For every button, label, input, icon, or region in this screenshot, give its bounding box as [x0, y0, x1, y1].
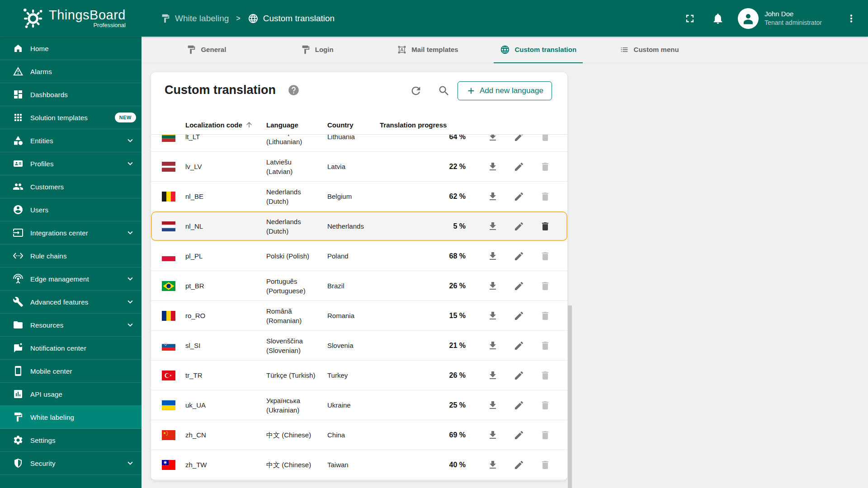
sidebar-item-profiles[interactable]: Profiles: [0, 152, 142, 175]
sidebar-item-users[interactable]: Users: [0, 198, 142, 221]
localization-code: zh_TW: [185, 461, 266, 469]
user-menu[interactable]: John Doe Tenant administrator: [764, 9, 822, 27]
table-row-ro_RO[interactable]: ro_RO Română (Romanian) Romania 15 %: [151, 301, 567, 331]
people-icon: [13, 181, 24, 192]
search-button[interactable]: [438, 84, 450, 97]
sidebar-item-settings[interactable]: Settings: [0, 429, 142, 452]
table-row-nl_NL[interactable]: nl_NL Nederlands (Dutch) Netherlands 5 %: [151, 211, 567, 241]
delete-button[interactable]: [536, 426, 554, 444]
tab-general[interactable]: General: [151, 37, 262, 63]
edit-button[interactable]: [510, 158, 528, 176]
column-header-localization-code[interactable]: Localization code: [185, 121, 266, 129]
delete-button[interactable]: [536, 456, 554, 474]
download-button[interactable]: [484, 307, 502, 325]
table-row-tr_TR[interactable]: tr_TR Türkçe (Turkish) Turkey 26 %: [151, 361, 567, 390]
chevron-down-icon: [125, 320, 135, 330]
delete-button[interactable]: [536, 337, 554, 355]
edit-button[interactable]: [510, 396, 528, 414]
sidebar-item-integrations-center[interactable]: Integrations center: [0, 221, 142, 244]
fullscreen-button[interactable]: [684, 12, 696, 25]
sidebar-item-security[interactable]: Security: [0, 452, 142, 475]
download-button[interactable]: [484, 158, 502, 176]
delete-button[interactable]: [536, 217, 554, 235]
tab-custom-translation[interactable]: Custom translation: [483, 37, 594, 63]
delete-button[interactable]: [536, 158, 554, 176]
folder-icon: [13, 319, 24, 330]
table-row-zh_TW[interactable]: zh_TW 中文 (Chinese) Taiwan 40 %: [151, 450, 567, 480]
sidebar-item-resources[interactable]: Resources: [0, 314, 142, 337]
sidebar-item-mobile-center[interactable]: Mobile center: [0, 360, 142, 383]
edit-button[interactable]: [510, 277, 528, 295]
tr-flag-icon: [162, 371, 185, 380]
add-language-button[interactable]: Add new language: [458, 81, 552, 100]
download-button[interactable]: [484, 426, 502, 444]
edit-button[interactable]: [510, 217, 528, 235]
sidebar-item-home[interactable]: Home: [0, 37, 142, 60]
delete-button[interactable]: [536, 307, 554, 325]
table-row-lv_LV[interactable]: lv_LV Latviešu (Latvian) Latvia 22 %: [151, 152, 567, 182]
edit-button[interactable]: [510, 135, 528, 146]
edit-button[interactable]: [510, 188, 528, 206]
download-button[interactable]: [484, 188, 502, 206]
column-header-language[interactable]: Language: [266, 121, 327, 129]
sidebar-item-solution-templates[interactable]: Solution templates NEW: [0, 106, 142, 129]
column-header-translation-progress[interactable]: Translation progress: [380, 121, 466, 129]
sidebar-item-edge-management[interactable]: Edge management: [0, 267, 142, 291]
edit-button[interactable]: [510, 426, 528, 444]
localization-code: tr_TR: [185, 371, 266, 379]
sidebar-item-dashboards[interactable]: Dashboards: [0, 83, 142, 106]
refresh-button[interactable]: [410, 84, 422, 97]
download-button[interactable]: [484, 396, 502, 414]
table-row-lt_LT[interactable]: lt_LT Lietuvių (Lithuanian) Lithuania 64…: [151, 135, 567, 152]
progress-percent: 64 %: [444, 135, 466, 141]
language-name: 中文 (Chinese): [266, 460, 327, 469]
download-button[interactable]: [484, 247, 502, 265]
app-logo[interactable]: ThingsBoard Professional: [21, 6, 126, 30]
breadcrumb-section[interactable]: White labeling: [160, 14, 229, 23]
person-icon: [741, 12, 755, 25]
edit-button[interactable]: [510, 307, 528, 325]
table-row-pt_BR[interactable]: pt_BR Português (Portuguese) Brazil 26 %: [151, 271, 567, 301]
delete-button[interactable]: [536, 396, 554, 414]
sidebar-item-advanced-features[interactable]: Advanced features: [0, 291, 142, 314]
sidebar-item-white-labeling[interactable]: White labeling: [0, 406, 142, 429]
table-row-nl_BE[interactable]: nl_BE Nederlands (Dutch) Belgium 62 %: [151, 182, 567, 211]
sidebar-item-notification-center[interactable]: Notification center: [0, 337, 142, 360]
avatar[interactable]: [738, 8, 759, 29]
download-button[interactable]: [484, 217, 502, 235]
sidebar-item-rule-chains[interactable]: Rule chains: [0, 244, 142, 267]
sidebar-item-entities[interactable]: Entities: [0, 129, 142, 152]
column-header-country[interactable]: Country: [327, 121, 380, 129]
delete-button[interactable]: [536, 277, 554, 295]
download-button[interactable]: [484, 277, 502, 295]
sidebar-item-label: API usage: [30, 390, 62, 398]
tab-mail-templates[interactable]: Mail templates: [373, 37, 483, 63]
sidebar-item-api-usage[interactable]: API usage: [0, 383, 142, 406]
download-button[interactable]: [484, 366, 502, 385]
table-row-zh_CN[interactable]: zh_CN 中文 (Chinese) China 69 %: [151, 420, 567, 450]
tab-custom-menu[interactable]: Custom menu: [594, 37, 704, 63]
download-button[interactable]: [484, 456, 502, 474]
delete-button[interactable]: [536, 135, 554, 146]
shield-icon: [13, 458, 24, 469]
delete-button[interactable]: [536, 247, 554, 265]
sidebar-item-alarms[interactable]: Alarms: [0, 60, 142, 83]
tab-login[interactable]: Login: [262, 37, 373, 63]
download-button[interactable]: [484, 337, 502, 355]
edit-button[interactable]: [510, 366, 528, 385]
table-row-uk_UA[interactable]: uk_UA Українська (Ukrainian) Ukraine 25 …: [151, 390, 567, 420]
table-row-pl_PL[interactable]: pl_PL Polski (Polish) Poland 68 %: [151, 241, 567, 271]
sidebar-item-customers[interactable]: Customers: [0, 175, 142, 198]
scrollbar-thumb[interactable]: [568, 305, 572, 488]
progress-percent: 15 %: [444, 312, 466, 320]
more-menu-button[interactable]: [845, 13, 857, 24]
delete-button[interactable]: [536, 188, 554, 206]
download-button[interactable]: [484, 135, 502, 146]
table-row-sl_SI[interactable]: sl_SI Slovenščina (Slovenian) Slovenia 2…: [151, 331, 567, 361]
edit-button[interactable]: [510, 456, 528, 474]
help-icon[interactable]: [288, 84, 300, 96]
edit-button[interactable]: [510, 337, 528, 355]
edit-button[interactable]: [510, 247, 528, 265]
delete-button[interactable]: [536, 366, 554, 385]
notifications-button[interactable]: [712, 12, 724, 25]
